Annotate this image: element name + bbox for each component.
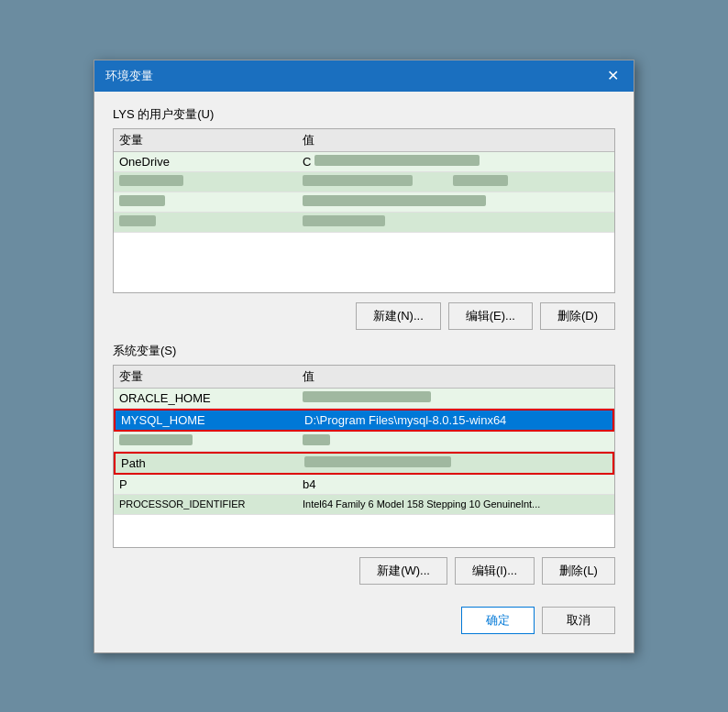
user-var-row[interactable]: [114, 213, 614, 233]
user-vars-col-val: 值: [303, 132, 609, 148]
sys-var-row[interactable]: ORACLE_HOME: [114, 389, 614, 409]
close-button[interactable]: ✕: [603, 69, 623, 83]
user-var-name: [119, 215, 303, 229]
sys-vars-label: 系统变量(S): [113, 343, 615, 359]
user-delete-button[interactable]: 删除(D): [540, 302, 615, 330]
user-edit-button[interactable]: 编辑(E)...: [448, 302, 533, 330]
user-vars-buttons: 新建(N)... 编辑(E)... 删除(D): [113, 302, 615, 330]
user-var-value: [303, 195, 609, 209]
user-var-value: [303, 215, 609, 229]
ok-button[interactable]: 确定: [461, 607, 535, 634]
user-var-row[interactable]: [114, 172, 614, 192]
user-var-name: OneDrive: [119, 155, 303, 169]
sys-delete-button[interactable]: 删除(L): [542, 557, 615, 585]
sys-var-name: ORACLE_HOME: [119, 391, 303, 405]
user-vars-col-var: 变量: [119, 132, 303, 148]
user-var-name: [119, 195, 303, 209]
sys-var-row[interactable]: PROCESSOR_IDENTIFIER Intel64 Family 6 Mo…: [114, 495, 614, 515]
sys-var-value: D:\Program Files\mysql-8.0.15-winx64: [304, 413, 607, 427]
user-vars-label: LYS 的用户变量(U): [113, 106, 615, 123]
dialog-title: 环境变量: [105, 68, 153, 84]
sys-vars-table: 变量 值 ORACLE_HOME MYSQL_HOME D:\Program F…: [113, 365, 615, 548]
cancel-button[interactable]: 取消: [542, 607, 615, 634]
sys-var-value: [303, 391, 609, 405]
sys-new-button[interactable]: 新建(W)...: [359, 557, 447, 585]
sys-vars-col-var: 变量: [119, 368, 303, 385]
dialog-body: LYS 的用户变量(U) 变量 值 OneDrive C: [94, 92, 634, 652]
sys-var-row-mysql-home[interactable]: MYSQL_HOME D:\Program Files\mysql-8.0.15…: [114, 409, 614, 432]
user-new-button[interactable]: 新建(N)...: [356, 302, 441, 330]
sys-var-name: MYSQL_HOME: [121, 413, 304, 427]
sys-var-row[interactable]: P b4: [114, 475, 614, 495]
sys-var-name: P: [119, 477, 303, 491]
sys-var-value: Intel64 Family 6 Model 158 Stepping 10 G…: [303, 498, 609, 509]
sys-vars-col-val: 值: [303, 368, 609, 385]
user-var-value: [303, 175, 609, 189]
sys-var-name: Path: [121, 456, 304, 470]
sys-vars-header: 变量 值: [114, 366, 614, 389]
environment-variables-dialog: 环境变量 ✕ LYS 的用户变量(U) 变量 值 OneDrive C: [94, 60, 634, 653]
sys-var-name: PROCESSOR_IDENTIFIER: [119, 498, 303, 509]
sys-var-row-path[interactable]: Path: [114, 452, 614, 475]
user-vars-header: 变量 值: [114, 129, 614, 152]
sys-var-row[interactable]: [114, 432, 614, 452]
footer-buttons: 确定 取消: [113, 597, 615, 638]
title-bar: 环境变量 ✕: [94, 60, 634, 92]
sys-edit-button[interactable]: 编辑(I)...: [455, 557, 535, 585]
sys-var-value: b4: [303, 477, 609, 491]
user-var-row[interactable]: [114, 192, 614, 213]
sys-var-value: [304, 456, 607, 470]
user-var-name: [119, 175, 303, 189]
user-vars-table: 变量 值 OneDrive C: [113, 128, 615, 293]
user-var-value: C: [303, 155, 609, 169]
sys-vars-buttons: 新建(W)... 编辑(I)... 删除(L): [113, 557, 615, 585]
sys-var-name: [119, 434, 303, 448]
sys-var-value: [303, 434, 609, 448]
user-var-row[interactable]: OneDrive C: [114, 152, 614, 172]
